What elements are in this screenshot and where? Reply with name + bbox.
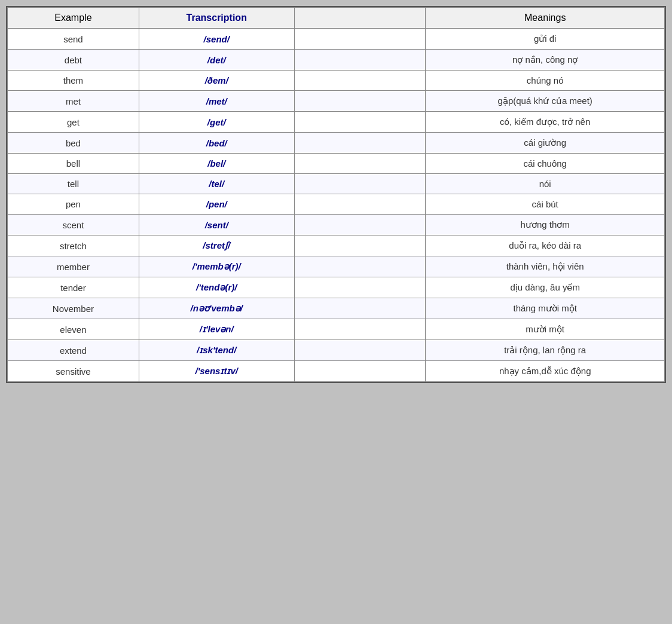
example-cell: met <box>8 91 139 112</box>
example-cell: tender <box>8 277 139 298</box>
meaning-cell: nhạy cảm,dễ xúc động <box>426 361 665 382</box>
table-row: get/get/có, kiếm được, trở nên <box>8 112 665 133</box>
transcription-cell: /bed/ <box>139 133 294 154</box>
table-row: them/ðem/chúng nó <box>8 71 665 91</box>
meaning-cell: hương thơm <box>426 215 665 235</box>
audio-cell <box>294 91 426 112</box>
audio-cell <box>294 112 426 133</box>
meaning-cell: thành viên, hội viên <box>426 256 665 277</box>
example-cell: November <box>8 298 139 319</box>
transcription-cell: /pen/ <box>139 194 294 215</box>
example-cell: bell <box>8 154 139 174</box>
table-row: November/nəʊ'vembə/tháng mười một <box>8 298 665 319</box>
audio-cell <box>294 50 426 71</box>
header-example: Example <box>8 8 139 29</box>
transcription-cell: /'tendə(r)/ <box>139 277 294 298</box>
meaning-cell: gặp(quá khứ của meet) <box>426 91 665 112</box>
example-cell: member <box>8 256 139 277</box>
table-row: extend/ɪsk'tend/trải rộng, lan rộng ra <box>8 340 665 361</box>
vocabulary-table: Example Transcription Meanings send/send… <box>7 7 665 382</box>
audio-cell <box>294 235 426 256</box>
meaning-cell: tháng mười một <box>426 298 665 319</box>
table-row: bell/bel/cái chuông <box>8 154 665 174</box>
meaning-cell: mười một <box>426 319 665 340</box>
example-cell: them <box>8 71 139 91</box>
example-cell: bed <box>8 133 139 154</box>
table-row: tender/'tendə(r)/dịu dàng, âu yếm <box>8 277 665 298</box>
audio-cell <box>294 277 426 298</box>
transcription-cell: /ɪ'levən/ <box>139 319 294 340</box>
audio-cell <box>294 298 426 319</box>
transcription-cell: /ɪsk'tend/ <box>139 340 294 361</box>
table-row: bed/bed/cái giường <box>8 133 665 154</box>
audio-cell <box>294 29 426 50</box>
meaning-cell: có, kiếm được, trở nên <box>426 112 665 133</box>
table-row: met/met/gặp(quá khứ của meet) <box>8 91 665 112</box>
example-cell: sensitive <box>8 361 139 382</box>
transcription-cell: /'membə(r)/ <box>139 256 294 277</box>
transcription-cell: /det/ <box>139 50 294 71</box>
meaning-cell: cái chuông <box>426 154 665 174</box>
transcription-cell: /met/ <box>139 91 294 112</box>
meaning-cell: dịu dàng, âu yếm <box>426 277 665 298</box>
transcription-cell: /stretʃ/ <box>139 235 294 256</box>
transcription-cell: /'sensɪtɪv/ <box>139 361 294 382</box>
audio-cell <box>294 256 426 277</box>
table-body: send/send/gửi đidebt/det/nợ nần, công nợ… <box>8 29 665 382</box>
example-cell: get <box>8 112 139 133</box>
table-row: scent/sent/hương thơm <box>8 215 665 235</box>
header-transcription: Transcription <box>139 8 294 29</box>
transcription-cell: /get/ <box>139 112 294 133</box>
audio-cell <box>294 215 426 235</box>
header-audio <box>294 8 426 29</box>
header-row: Example Transcription Meanings <box>8 8 665 29</box>
table-row: debt/det/nợ nần, công nợ <box>8 50 665 71</box>
audio-cell <box>294 133 426 154</box>
meaning-cell: nói <box>426 174 665 194</box>
table-row: stretch/stretʃ/duỗi ra, kéo dài ra <box>8 235 665 256</box>
audio-cell <box>294 194 426 215</box>
audio-cell <box>294 340 426 361</box>
table-row: eleven/ɪ'levən/mười một <box>8 319 665 340</box>
meaning-cell: cái giường <box>426 133 665 154</box>
meaning-cell: gửi đi <box>426 29 665 50</box>
example-cell: extend <box>8 340 139 361</box>
example-cell: pen <box>8 194 139 215</box>
example-cell: send <box>8 29 139 50</box>
example-cell: eleven <box>8 319 139 340</box>
audio-cell <box>294 154 426 174</box>
meaning-cell: chúng nó <box>426 71 665 91</box>
example-cell: debt <box>8 50 139 71</box>
example-cell: stretch <box>8 235 139 256</box>
transcription-cell: /tel/ <box>139 174 294 194</box>
audio-cell <box>294 361 426 382</box>
meaning-cell: cái bút <box>426 194 665 215</box>
table-row: tell/tel/nói <box>8 174 665 194</box>
main-table-container: Example Transcription Meanings send/send… <box>6 6 666 383</box>
transcription-cell: /send/ <box>139 29 294 50</box>
example-cell: scent <box>8 215 139 235</box>
meaning-cell: duỗi ra, kéo dài ra <box>426 235 665 256</box>
transcription-cell: /ðem/ <box>139 71 294 91</box>
table-row: pen/pen/cái bút <box>8 194 665 215</box>
audio-cell <box>294 174 426 194</box>
audio-cell <box>294 71 426 91</box>
example-cell: tell <box>8 174 139 194</box>
transcription-cell: /bel/ <box>139 154 294 174</box>
transcription-cell: /sent/ <box>139 215 294 235</box>
table-row: sensitive/'sensɪtɪv/nhạy cảm,dễ xúc động <box>8 361 665 382</box>
table-row: send/send/gửi đi <box>8 29 665 50</box>
table-row: member/'membə(r)/thành viên, hội viên <box>8 256 665 277</box>
meaning-cell: nợ nần, công nợ <box>426 50 665 71</box>
header-meanings: Meanings <box>426 8 665 29</box>
audio-cell <box>294 319 426 340</box>
transcription-cell: /nəʊ'vembə/ <box>139 298 294 319</box>
meaning-cell: trải rộng, lan rộng ra <box>426 340 665 361</box>
